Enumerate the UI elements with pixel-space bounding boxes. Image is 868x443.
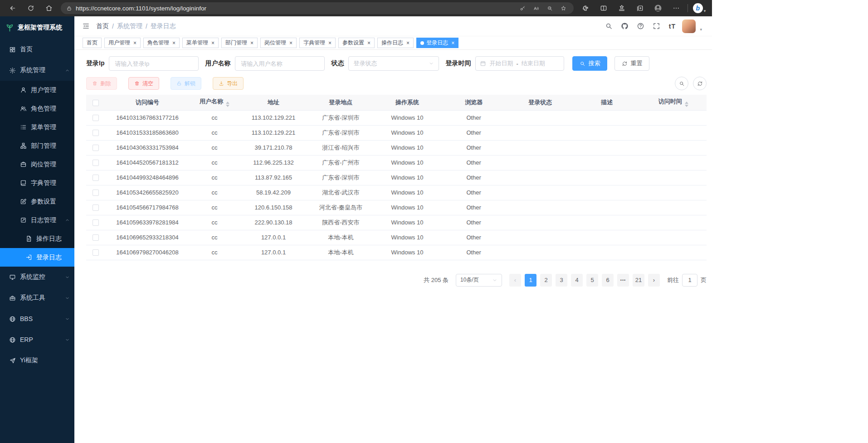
sidebar-item-login-log[interactable]: 登录日志 bbox=[0, 248, 74, 267]
row-checkbox[interactable] bbox=[93, 115, 99, 121]
previous-page-button[interactable]: ‹ bbox=[509, 274, 521, 287]
row-checkbox[interactable] bbox=[93, 234, 99, 241]
page-button-5[interactable]: 5 bbox=[586, 274, 598, 287]
more-pages-button[interactable]: ••• bbox=[617, 274, 629, 287]
page-button-3[interactable]: 3 bbox=[556, 274, 567, 287]
password-key-button[interactable] bbox=[516, 3, 529, 14]
address-bar[interactable]: https://ccnetcore.com:1101/system/log/lo… bbox=[61, 2, 574, 14]
sidebar-item-param-settings[interactable]: 参数设置 bbox=[0, 192, 74, 211]
user-avatar[interactable] bbox=[682, 19, 696, 33]
unlock-button[interactable]: 解锁 bbox=[171, 77, 201, 90]
sidebar-item-yi-framework[interactable]: Yi框架 bbox=[0, 350, 74, 371]
select-all-checkbox[interactable] bbox=[93, 100, 99, 106]
page-button-1[interactable]: 1 bbox=[525, 274, 536, 287]
row-checkbox[interactable] bbox=[93, 249, 99, 256]
sidebar-item-operation-log[interactable]: 操作日志 bbox=[0, 229, 74, 248]
page-button-21[interactable]: 21 bbox=[633, 274, 644, 287]
sidebar-item-log-management[interactable]: 日志管理 bbox=[0, 211, 74, 229]
fullscreen-button[interactable] bbox=[650, 20, 662, 32]
export-button[interactable]: 导出 bbox=[213, 77, 244, 90]
favorites-bar-button[interactable] bbox=[613, 1, 631, 15]
jump-page-input[interactable] bbox=[682, 274, 697, 287]
sidebar-item-system-tools[interactable]: 系统工具 bbox=[0, 287, 74, 308]
close-tab-icon[interactable]: × bbox=[211, 40, 215, 46]
clear-button[interactable]: 清空 bbox=[128, 77, 159, 90]
header-search-button[interactable] bbox=[603, 20, 614, 32]
sidebar-item-dept-management[interactable]: 部门管理 bbox=[0, 136, 74, 155]
page-button-4[interactable]: 4 bbox=[571, 274, 583, 287]
row-checkbox[interactable] bbox=[93, 190, 99, 196]
collections-button[interactable] bbox=[631, 1, 649, 15]
sidebar-item-menu-management[interactable]: 菜单管理 bbox=[0, 118, 74, 136]
zoom-button[interactable] bbox=[543, 3, 556, 14]
row-checkbox[interactable] bbox=[93, 175, 99, 181]
page-button-6[interactable]: 6 bbox=[602, 274, 614, 287]
sidebar-collapse-button[interactable] bbox=[80, 20, 92, 32]
tab-menu-management[interactable]: 菜单管理× bbox=[182, 38, 219, 48]
sidebar-item-system-monitor[interactable]: 系统监控 bbox=[0, 267, 74, 287]
site-info-icon[interactable] bbox=[66, 5, 72, 11]
sort-ascending-icon[interactable] bbox=[685, 102, 688, 104]
split-screen-button[interactable] bbox=[595, 1, 613, 15]
tab-dept-management[interactable]: 部门管理× bbox=[221, 38, 258, 48]
close-tab-icon[interactable]: × bbox=[289, 40, 293, 46]
sort-descending-icon[interactable] bbox=[226, 105, 229, 107]
row-checkbox[interactable] bbox=[93, 219, 99, 226]
sidebar-item-erp[interactable]: ERP bbox=[0, 329, 74, 350]
close-tab-icon[interactable]: × bbox=[328, 40, 332, 46]
user-name-input[interactable] bbox=[235, 56, 325, 71]
sort-descending-icon[interactable] bbox=[685, 105, 688, 107]
sidebar-item-home[interactable]: 首页 bbox=[0, 39, 74, 60]
github-button[interactable] bbox=[619, 20, 630, 32]
help-button[interactable] bbox=[634, 20, 646, 32]
sort-ascending-icon[interactable] bbox=[226, 102, 229, 104]
browser-profile-button[interactable] bbox=[649, 1, 667, 15]
page-button-2[interactable]: 2 bbox=[540, 274, 552, 287]
add-favorite-button[interactable] bbox=[556, 3, 570, 14]
browser-refresh-button[interactable] bbox=[22, 1, 40, 15]
font-size-button[interactable]: tT bbox=[666, 20, 678, 32]
sidebar-item-bbs[interactable]: BBS bbox=[0, 308, 74, 329]
browser-back-button[interactable] bbox=[4, 1, 22, 15]
delete-button[interactable]: 删除 bbox=[86, 77, 117, 90]
toggle-search-button[interactable] bbox=[675, 77, 688, 90]
row-checkbox[interactable] bbox=[93, 145, 99, 151]
url-text[interactable]: https://ccnetcore.com:1101/system/log/lo… bbox=[76, 5, 516, 12]
close-tab-icon[interactable]: × bbox=[172, 40, 176, 46]
tab-user-management[interactable]: 用户管理× bbox=[104, 38, 141, 48]
refresh-table-button[interactable] bbox=[693, 77, 707, 90]
close-tab-icon[interactable]: × bbox=[133, 40, 137, 46]
tab-param-settings[interactable]: 参数设置× bbox=[338, 38, 375, 48]
row-checkbox[interactable] bbox=[93, 204, 99, 211]
search-button[interactable]: 搜索 bbox=[572, 56, 607, 71]
sort-carets[interactable] bbox=[226, 102, 229, 107]
close-tab-icon[interactable]: × bbox=[406, 40, 410, 46]
row-checkbox[interactable] bbox=[93, 130, 99, 136]
browser-home-button[interactable] bbox=[40, 1, 58, 15]
tab-home[interactable]: 首页 bbox=[83, 38, 102, 48]
close-tab-icon[interactable]: × bbox=[367, 40, 371, 46]
extensions-button[interactable] bbox=[576, 1, 595, 15]
sidebar-item-system-management[interactable]: 系统管理 bbox=[0, 60, 74, 81]
copilot-button[interactable]: b ▾ bbox=[690, 1, 708, 15]
sidebar-item-user-management[interactable]: 用户管理 bbox=[0, 81, 74, 99]
sidebar-item-role-management[interactable]: 角色管理 bbox=[0, 99, 74, 118]
tab-post-management[interactable]: 岗位管理× bbox=[260, 38, 297, 48]
login-time-range-picker[interactable]: 开始日期 - 结束日期 bbox=[475, 56, 564, 71]
reset-button[interactable]: 重置 bbox=[614, 56, 649, 71]
page-size-select[interactable]: 10条/页 bbox=[456, 274, 502, 287]
sort-carets[interactable] bbox=[685, 102, 688, 107]
breadcrumb-home[interactable]: 首页 bbox=[96, 22, 109, 30]
read-aloud-button[interactable] bbox=[529, 3, 543, 14]
tab-login-log[interactable]: 登录日志× bbox=[416, 38, 458, 48]
breadcrumb-system-management[interactable]: 系统管理 bbox=[117, 22, 142, 30]
status-select[interactable]: 登录状态 bbox=[348, 56, 439, 71]
tab-dict-management[interactable]: 字典管理× bbox=[299, 38, 336, 48]
tab-role-management[interactable]: 角色管理× bbox=[143, 38, 180, 48]
browser-settings-button[interactable] bbox=[667, 1, 685, 15]
tab-operation-log[interactable]: 操作日志× bbox=[377, 38, 414, 48]
sidebar-item-post-management[interactable]: 岗位管理 bbox=[0, 155, 74, 174]
next-page-button[interactable]: › bbox=[648, 274, 660, 287]
close-tab-icon[interactable]: × bbox=[451, 40, 454, 46]
sidebar-item-dict-management[interactable]: 字典管理 bbox=[0, 174, 74, 192]
